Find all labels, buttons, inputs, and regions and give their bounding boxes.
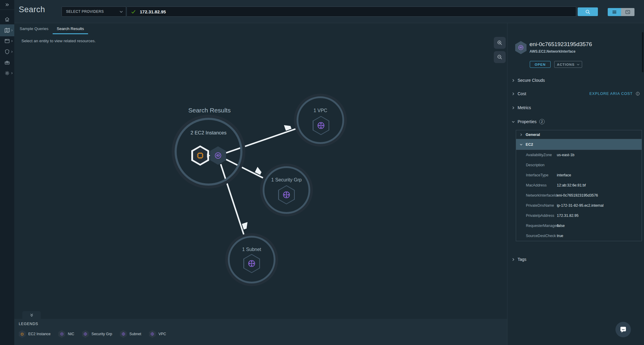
search-input[interactable]: 172.31.82.95	[127, 7, 576, 17]
chevron-right-icon	[512, 92, 515, 95]
double-chevron-right-icon	[5, 2, 10, 7]
section-secure-clouds[interactable]: Secure Clouds	[512, 77, 640, 84]
zoom-in-icon	[496, 40, 503, 46]
ec2-instance-icon	[196, 151, 205, 160]
property-key: RequesterManaged	[516, 224, 557, 228]
shield-icon	[4, 49, 10, 55]
legend-item-security-grp: Security Grp	[82, 330, 112, 338]
left-sidebar	[0, 0, 14, 345]
sidebar-item-home[interactable]	[0, 14, 14, 25]
table-row: NetworkInterfaceId eni-0c7651923195d3576	[516, 190, 642, 200]
list-view-toggle[interactable]	[608, 8, 621, 16]
section-cost[interactable]: Cost EXPLORE ARIA COST	[512, 90, 640, 97]
vpc-icon	[149, 330, 156, 338]
chevron-right-icon	[520, 133, 523, 136]
legends-title: LEGENDS	[19, 322, 38, 326]
property-key: PrivateDnsName	[516, 203, 557, 208]
properties-count-badge: 2	[539, 119, 545, 124]
property-key: SourceDestCheck	[516, 234, 557, 238]
graph-title: Search Results	[188, 107, 231, 114]
node-subnet-label: 1 Subnet	[228, 247, 275, 252]
node-security-grp-label: 1 Security Grp	[263, 177, 310, 183]
zoom-in-button[interactable]	[494, 37, 506, 49]
explore-aria-cost-link[interactable]: EXPLORE ARIA COST	[589, 92, 633, 96]
search-icon	[585, 9, 591, 15]
property-group-general[interactable]: General	[516, 130, 642, 139]
topology-canvas[interactable]: Search Results 2 EC2 Instances 1 VPC 1 S…	[14, 23, 507, 345]
chevron-right-icon	[512, 79, 515, 82]
canvas-view-toggle[interactable]	[621, 8, 634, 16]
property-value: true	[557, 234, 563, 238]
chevron-down-icon	[520, 143, 523, 146]
info-icon[interactable]	[635, 91, 640, 96]
sidebar-item-security[interactable]	[0, 46, 14, 57]
legend-items: EC2 Instance NIC Security Grp Subnet VPC	[19, 330, 166, 338]
tab-search-results[interactable]: Search Results	[53, 23, 88, 34]
section-label: Tags	[518, 257, 527, 262]
panel-scrollbar[interactable]	[642, 32, 643, 72]
search-button[interactable]	[578, 7, 598, 16]
nic-icon	[214, 151, 222, 160]
property-key: AvailabilityZone	[516, 153, 557, 157]
actions-button[interactable]: ACTIONS	[554, 61, 582, 68]
tab-bar: Sample Queries Search Results	[14, 23, 507, 34]
property-key: MacAddress	[516, 183, 557, 187]
zoom-out-icon	[496, 54, 503, 60]
table-row: SourceDestCheck true	[516, 231, 642, 241]
ec2-instance-icon	[19, 330, 26, 338]
valid-check-icon	[131, 9, 136, 15]
section-label: Metrics	[518, 105, 531, 110]
main-content: Sample Queries Search Results Select an …	[14, 23, 507, 345]
zoom-out-button[interactable]	[494, 51, 506, 63]
legend-label: Subnet	[129, 332, 141, 336]
provider-select[interactable]: SELECT PROVIDERS	[62, 7, 126, 17]
vpc-icon	[316, 121, 325, 130]
table-row: MacAddress 12:ab:32:6e:81:bf	[516, 180, 642, 190]
canvas-view-icon	[625, 9, 631, 15]
legend-label: EC2 Instance	[28, 332, 51, 336]
legend-item-vpc: VPC	[149, 330, 166, 338]
security-grp-icon	[282, 190, 291, 199]
sidebar-item-settings[interactable]	[0, 68, 14, 79]
sidebar-expand-button[interactable]	[0, 0, 14, 10]
gear-icon	[4, 70, 10, 76]
legend-item-nic: NIC	[58, 330, 74, 338]
chevron-right-icon	[11, 51, 13, 53]
connector-arrow	[207, 153, 210, 158]
table-row: PrivateIpAddress 172.31.82.95	[516, 211, 642, 221]
chevron-right-icon	[512, 106, 515, 109]
section-properties[interactable]: Properties 2	[512, 118, 640, 125]
actions-button-label: ACTIONS	[557, 63, 574, 66]
sidebar-item-apps[interactable]	[0, 35, 14, 47]
window-icon	[4, 38, 10, 44]
table-row: Description	[516, 160, 642, 170]
section-metrics[interactable]: Metrics	[512, 104, 640, 111]
chat-bubble-icon	[619, 326, 627, 333]
property-value: false	[557, 224, 565, 228]
entity-type: AWS.EC2.NetworkInterface	[529, 49, 576, 54]
legend-label: Security Grp	[92, 332, 112, 336]
chat-launcher-button[interactable]	[615, 322, 631, 337]
tab-sample-queries[interactable]: Sample Queries	[15, 23, 53, 34]
subnet-icon	[120, 330, 127, 338]
legends-collapse-button[interactable]	[22, 311, 41, 319]
section-tags[interactable]: Tags	[512, 256, 527, 263]
property-value: 12:ab:32:6e:81:bf	[557, 183, 586, 187]
nic-icon	[518, 44, 524, 51]
caret-down-icon	[120, 11, 123, 13]
entity-title: eni-0c7651923195d3576	[529, 41, 592, 48]
sidebar-item-tools[interactable]	[0, 57, 14, 68]
entity-details-panel: eni-0c7651923195d3576 AWS.EC2.NetworkInt…	[507, 23, 644, 345]
property-group-ec2[interactable]: EC2	[516, 139, 642, 150]
legend-label: NIC	[68, 332, 74, 336]
section-label: Secure Clouds	[518, 78, 545, 83]
sidebar-item-explore[interactable]	[0, 24, 14, 36]
open-button[interactable]: OPEN	[530, 61, 551, 68]
property-key: InterfaceType	[516, 173, 557, 177]
group-label: General	[526, 132, 540, 137]
view-toggle	[608, 8, 634, 16]
table-row: RequesterManaged false	[516, 221, 642, 231]
toolbox-icon	[4, 59, 10, 65]
chevron-down-icon	[512, 120, 515, 123]
property-key: PrivateIpAddress	[516, 214, 557, 218]
